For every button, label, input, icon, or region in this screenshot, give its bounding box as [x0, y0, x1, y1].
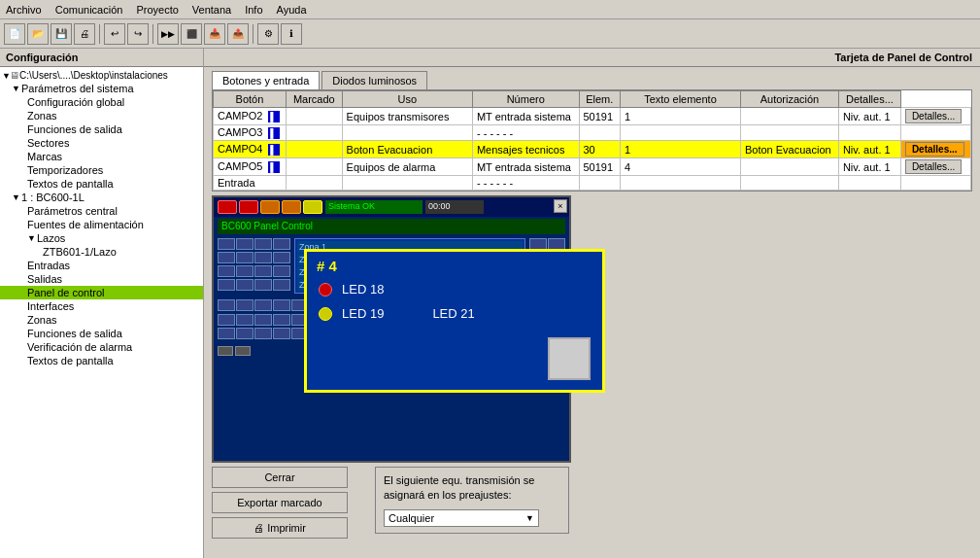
tree-item-fuentes[interactable]: Fuentes de alimentación — [0, 218, 203, 231]
table-row: CAMPO5 ▌ Equipos de alarma MT entrada si… — [214, 158, 971, 176]
preview-area: × Sistema OK 00:00 BC6 — [212, 195, 980, 558]
table-row: CAMPO3 ▌ - - - - - - — [214, 125, 971, 141]
menu-archivo[interactable]: Archivo — [6, 4, 42, 16]
col-elem: Elem. — [579, 91, 620, 108]
tree-item-path[interactable]: ▼ 🖥 C:\Users\....\Desktop\instalaciones — [0, 69, 203, 82]
yellow-highlight-box: # 4 LED 18 LED 19 LED 21 — [304, 249, 605, 393]
campo4-label: CAMPO4 — [218, 143, 262, 155]
led18-label: LED 18 — [342, 282, 384, 296]
tree-item-config-global[interactable]: Configuración global — [0, 95, 203, 109]
toolbar-new[interactable]: 📄 — [4, 23, 25, 45]
table-row-highlight: CAMPO4 ▌ Boton Evacuacion Mensajes tecni… — [214, 141, 971, 158]
tree-item-ztb601[interactable]: ZTB601-1/Lazo — [0, 245, 203, 259]
yellow-box-title: # 4 — [307, 252, 602, 276]
info-box: El siguiente equ. transmisión seasignará… — [375, 467, 569, 534]
campo3-btn[interactable]: ▌ — [268, 127, 280, 139]
tree-item-params-central[interactable]: Parámetros central — [0, 204, 203, 218]
col-boton: Botón — [214, 91, 287, 108]
toolbar-disconnect[interactable]: ⬛ — [181, 23, 202, 45]
tree-item-params[interactable]: ▼ Parámetros del sistema — [0, 82, 203, 95]
campo5-label: CAMPO5 — [218, 160, 262, 172]
col-texto: Texto elemento — [620, 91, 740, 108]
bottom-controls: Cerrar Exportar marcado 🖨 Imprimir El si… — [212, 463, 980, 542]
left-panel: Configuración ▼ 🖥 C:\Users\....\Desktop\… — [0, 49, 204, 558]
detalles-btn-1[interactable]: Detalles... — [905, 109, 962, 123]
menu-comunicacion[interactable]: Comunicación — [55, 4, 123, 16]
menu-ventana[interactable]: Ventana — [192, 4, 231, 16]
tree-item-func-salida1[interactable]: Funciones de salida — [0, 122, 203, 136]
col-autorizacion: Autorización — [740, 91, 838, 108]
right-panel-title: Tarjeta de Panel de Control — [204, 49, 980, 67]
cerrar-button[interactable]: Cerrar — [212, 467, 348, 488]
toolbar-settings[interactable]: ⚙ — [257, 23, 279, 45]
campo5-btn[interactable]: ▌ — [268, 161, 280, 173]
toolbar-receive[interactable]: 📤 — [227, 23, 249, 45]
table-row: CAMPO2 ▌ Equipos transmisores MT entrada… — [214, 108, 971, 125]
menu-ayuda[interactable]: Ayuda — [277, 4, 307, 16]
tree-item-panel-control[interactable]: Panel de control — [0, 286, 203, 299]
tab-bar: Botones y entrada Diodos luminosos — [204, 67, 980, 89]
campo2-label: CAMPO2 — [218, 110, 262, 122]
close-button[interactable]: × — [554, 199, 567, 213]
menubar: Archivo Comunicación Proyecto Ventana In… — [0, 0, 980, 19]
campo2-btn[interactable]: ▌ — [268, 111, 280, 122]
detalles-btn-3[interactable]: Detalles... — [905, 142, 964, 157]
tree-item-marcas[interactable]: Marcas — [0, 150, 203, 163]
menu-info[interactable]: Info — [245, 4, 262, 16]
tree-item-verificacion[interactable]: Verificación de alarma — [0, 340, 203, 354]
tree-item-textos2[interactable]: Textos de pantalla — [0, 354, 203, 367]
imprimir-button[interactable]: 🖨 Imprimir — [212, 517, 348, 539]
campo4-btn[interactable]: ▌ — [268, 144, 280, 156]
led19-label: LED 19 — [342, 306, 384, 321]
led21-label: LED 21 — [432, 306, 474, 321]
table-container: Botón Marcado Uso Número Elem. Texto ele… — [212, 89, 972, 192]
info-label: El siguiente equ. transmisión seasignará… — [384, 473, 560, 504]
tree-item-zonas2[interactable]: Zonas — [0, 313, 203, 327]
right-panel: Tarjeta de Panel de Control Botones y en… — [204, 49, 980, 558]
toolbar-undo[interactable]: ↩ — [104, 23, 125, 45]
data-table: Botón Marcado Uso Número Elem. Texto ele… — [213, 90, 971, 191]
tree: ▼ 🖥 C:\Users\....\Desktop\instalaciones … — [0, 67, 203, 369]
led-row-2: LED 19 LED 21 — [307, 302, 602, 325]
col-marcado: Marcado — [286, 91, 342, 108]
col-numero: Número — [472, 91, 579, 108]
toolbar: 📄 📂 💾 🖨 ↩ ↪ ▶▶ ⬛ 📥 📤 ⚙ ℹ — [0, 19, 980, 49]
tab-botones[interactable]: Botones y entrada — [212, 71, 320, 89]
action-buttons: Cerrar Exportar marcado 🖨 Imprimir — [212, 467, 348, 539]
toolbar-redo[interactable]: ↪ — [127, 23, 149, 45]
tree-item-interfaces[interactable]: Interfaces — [0, 299, 203, 313]
tree-item-bc600[interactable]: ▼ 1 : BC600-1L — [0, 191, 203, 204]
col-detalles: Detalles... — [838, 91, 900, 108]
table-row: Entrada - - - - - - — [214, 176, 971, 191]
tree-item-sectores[interactable]: Sectores — [0, 136, 203, 150]
toolbar-print[interactable]: 🖨 — [74, 23, 95, 45]
toolbar-open[interactable]: 📂 — [27, 23, 49, 45]
tree-item-temporizadores[interactable]: Temporizadores — [0, 163, 203, 177]
led-row-1: LED 18 — [307, 276, 602, 302]
tree-item-textos1[interactable]: Textos de pantalla — [0, 177, 203, 191]
dropdown-arrow-icon: ▼ — [525, 513, 534, 523]
campo3-label: CAMPO3 — [218, 126, 262, 138]
tree-item-salidas[interactable]: Salidas — [0, 272, 203, 286]
toolbar-save[interactable]: 💾 — [51, 23, 72, 45]
exportar-button[interactable]: Exportar marcado — [212, 492, 348, 513]
dropdown-container[interactable]: Cualquier ▼ — [384, 509, 539, 527]
tree-item-func-salida2[interactable]: Funciones de salida — [0, 327, 203, 340]
tree-item-entradas[interactable]: Entradas — [0, 259, 203, 272]
toolbar-connect[interactable]: ▶▶ — [157, 23, 179, 45]
tree-item-lazos[interactable]: ▼ Lazos — [0, 231, 203, 245]
config-title: Configuración — [0, 49, 203, 67]
menu-proyecto[interactable]: Proyecto — [136, 4, 178, 16]
toolbar-transfer[interactable]: 📥 — [204, 23, 225, 45]
tab-diodos[interactable]: Diodos luminosos — [321, 71, 427, 89]
toolbar-info[interactable]: ℹ — [281, 23, 302, 45]
dropdown-value: Cualquier — [389, 512, 434, 524]
col-uso: Uso — [342, 91, 472, 108]
tree-item-zonas1[interactable]: Zonas — [0, 109, 203, 122]
detalles-btn-4[interactable]: Detalles... — [905, 159, 962, 174]
